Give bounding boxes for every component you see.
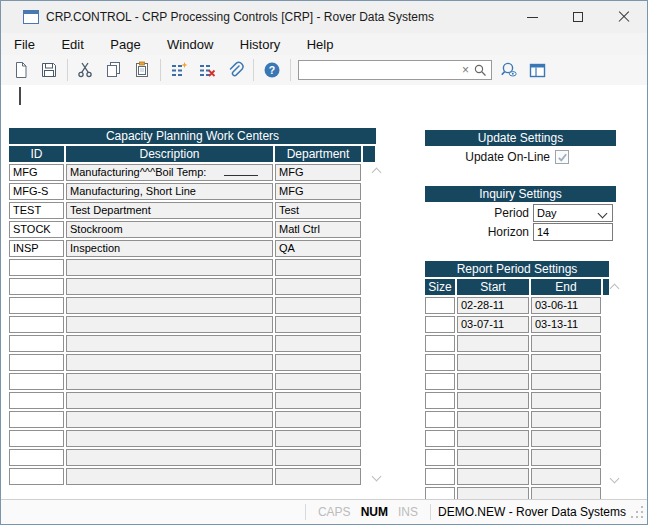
search-icon[interactable] xyxy=(473,63,488,78)
maximize-button[interactable] xyxy=(555,1,601,33)
size-cell[interactable] xyxy=(425,430,455,447)
lookup-button[interactable] xyxy=(496,57,522,83)
end-cell[interactable] xyxy=(531,373,601,390)
description-cell[interactable] xyxy=(66,259,273,276)
description-cell[interactable] xyxy=(66,449,273,466)
description-cell[interactable] xyxy=(66,373,273,390)
size-cell[interactable] xyxy=(425,354,455,371)
id-cell[interactable] xyxy=(9,278,64,295)
end-cell[interactable]: 03-06-11 xyxy=(531,297,601,314)
end-cell[interactable] xyxy=(531,335,601,352)
attach-button[interactable] xyxy=(222,57,248,83)
end-cell[interactable] xyxy=(531,468,601,485)
end-cell[interactable]: 03-13-11 xyxy=(531,316,601,333)
description-cell[interactable] xyxy=(66,297,273,314)
paste-button[interactable] xyxy=(129,57,155,83)
id-cell[interactable] xyxy=(9,373,64,390)
size-cell[interactable] xyxy=(425,449,455,466)
scroll-up-icon[interactable] xyxy=(372,168,382,178)
department-cell[interactable] xyxy=(275,411,361,428)
department-cell[interactable] xyxy=(275,430,361,447)
description-cell[interactable] xyxy=(66,278,273,295)
help-button[interactable]: ? xyxy=(259,57,285,83)
department-cell[interactable] xyxy=(275,335,361,352)
size-cell[interactable] xyxy=(425,297,455,314)
id-cell[interactable] xyxy=(9,430,64,447)
search-input[interactable] xyxy=(299,62,458,78)
minimize-button[interactable] xyxy=(509,1,555,33)
description-cell[interactable]: Stockroom xyxy=(66,221,273,238)
id-cell[interactable] xyxy=(9,392,64,409)
department-cell[interactable]: MFG xyxy=(275,183,361,200)
menu-window[interactable]: Window xyxy=(156,33,224,55)
department-cell[interactable] xyxy=(275,259,361,276)
scroll-down-icon[interactable] xyxy=(610,474,620,484)
description-cell[interactable] xyxy=(66,430,273,447)
start-cell[interactable]: 03-07-11 xyxy=(457,316,529,333)
description-cell[interactable] xyxy=(66,411,273,428)
scroll-up-icon[interactable] xyxy=(610,284,620,294)
report-period-scrollbar[interactable] xyxy=(609,279,621,488)
id-cell[interactable]: MFG xyxy=(9,164,64,181)
size-cell[interactable] xyxy=(425,392,455,409)
id-cell[interactable] xyxy=(9,297,64,314)
description-cell[interactable]: Manufacturing, Short Line xyxy=(66,183,273,200)
start-cell[interactable] xyxy=(457,335,529,352)
department-cell[interactable] xyxy=(275,354,361,371)
start-cell[interactable] xyxy=(457,373,529,390)
work-centers-scrollbar[interactable] xyxy=(371,163,383,486)
start-cell[interactable] xyxy=(457,468,529,485)
id-cell[interactable] xyxy=(9,449,64,466)
description-cell[interactable]: Manufacturing^^^Boil Temp: xyxy=(66,164,273,181)
department-cell[interactable]: Matl Ctrl xyxy=(275,221,361,238)
save-button[interactable] xyxy=(36,57,62,83)
close-button[interactable] xyxy=(601,1,647,33)
menu-help[interactable]: Help xyxy=(296,33,345,55)
id-cell[interactable] xyxy=(9,354,64,371)
department-cell[interactable] xyxy=(275,316,361,333)
start-cell[interactable] xyxy=(457,354,529,371)
layout-button[interactable] xyxy=(524,57,550,83)
end-cell[interactable] xyxy=(531,411,601,428)
description-cell[interactable] xyxy=(66,354,273,371)
department-cell[interactable]: MFG xyxy=(275,164,361,181)
department-cell[interactable] xyxy=(275,392,361,409)
id-cell[interactable] xyxy=(9,259,64,276)
department-cell[interactable]: QA xyxy=(275,240,361,257)
menu-file[interactable]: File xyxy=(3,33,46,55)
description-cell[interactable] xyxy=(66,335,273,352)
delete-row-button[interactable] xyxy=(194,57,220,83)
size-cell[interactable] xyxy=(425,411,455,428)
id-cell[interactable]: MFG-S xyxy=(9,183,64,200)
id-cell[interactable] xyxy=(9,335,64,352)
horizon-input[interactable] xyxy=(533,223,613,241)
description-cell[interactable] xyxy=(66,392,273,409)
department-cell[interactable] xyxy=(275,468,361,485)
department-cell[interactable]: Test xyxy=(275,202,361,219)
start-cell[interactable]: 02-28-11 xyxy=(457,297,529,314)
description-cell[interactable] xyxy=(66,316,273,333)
department-cell[interactable] xyxy=(275,449,361,466)
end-cell[interactable] xyxy=(531,392,601,409)
update-online-checkbox[interactable] xyxy=(555,150,569,164)
new-button[interactable] xyxy=(8,57,34,83)
end-cell[interactable] xyxy=(531,449,601,466)
start-cell[interactable] xyxy=(457,392,529,409)
size-cell[interactable] xyxy=(425,468,455,485)
end-cell[interactable] xyxy=(531,430,601,447)
insert-row-button[interactable] xyxy=(166,57,192,83)
period-select[interactable]: Day xyxy=(533,204,613,222)
id-cell[interactable] xyxy=(9,316,64,333)
start-cell[interactable] xyxy=(457,411,529,428)
menu-history[interactable]: History xyxy=(229,33,291,55)
description-cell[interactable]: Test Department xyxy=(66,202,273,219)
start-cell[interactable] xyxy=(457,430,529,447)
resize-grip[interactable] xyxy=(632,506,644,518)
size-cell[interactable] xyxy=(425,373,455,390)
department-cell[interactable] xyxy=(275,297,361,314)
department-cell[interactable] xyxy=(275,278,361,295)
id-cell[interactable] xyxy=(9,411,64,428)
id-cell[interactable] xyxy=(9,468,64,485)
id-cell[interactable]: TEST xyxy=(9,202,64,219)
size-cell[interactable] xyxy=(425,335,455,352)
